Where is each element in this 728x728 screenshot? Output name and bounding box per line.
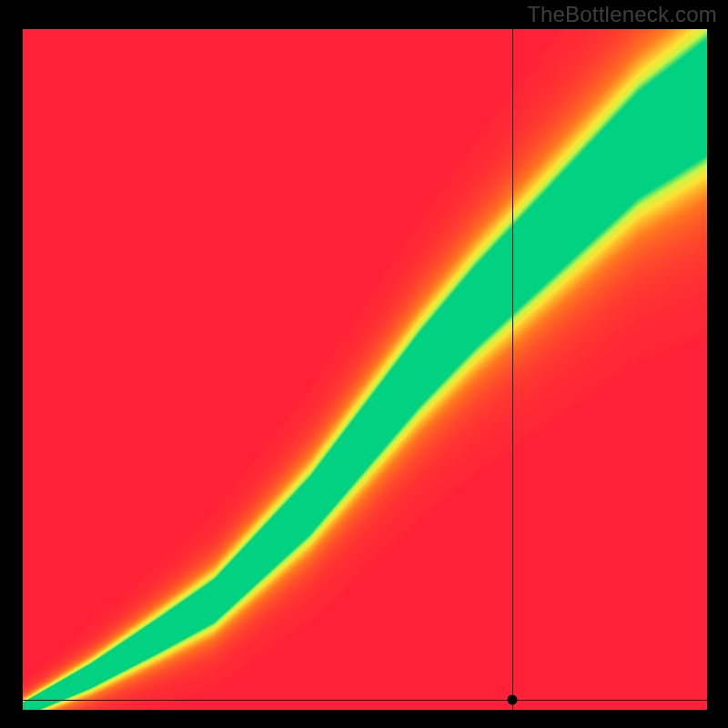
crosshair-vertical (512, 29, 513, 710)
heatmap-canvas (23, 29, 707, 710)
watermark-text: TheBottleneck.com (527, 2, 717, 27)
crosshair-horizontal (23, 700, 707, 701)
selected-point-marker (507, 694, 517, 704)
chart-frame: TheBottleneck.com (0, 0, 728, 728)
heatmap-plot (23, 29, 707, 710)
